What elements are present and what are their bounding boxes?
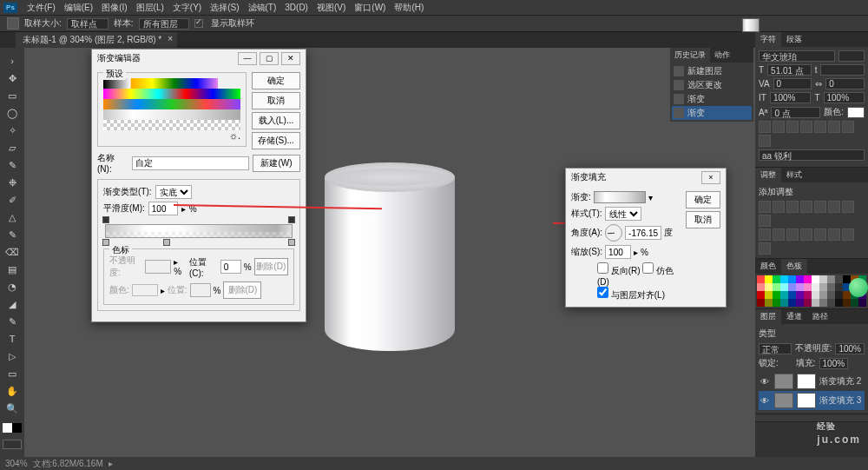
tab-color[interactable]: 颜色 (755, 259, 781, 274)
menu-help[interactable]: 帮助(H) (394, 2, 424, 14)
ok-button[interactable]: 确定 (252, 72, 300, 89)
visibility-icon[interactable]: 👁 (760, 396, 771, 406)
zoom-tool[interactable]: 🔍 (3, 400, 22, 416)
gradient-type-select[interactable]: 实底 (155, 185, 192, 199)
bold-icon[interactable] (759, 121, 771, 133)
close-icon[interactable]: × (168, 34, 173, 43)
sample-layers-select[interactable]: 所有图层 (139, 18, 189, 30)
maximize-icon[interactable]: ▢ (260, 52, 279, 65)
delete-stop-button[interactable]: 删除(D) (254, 258, 288, 275)
blend-mode-select[interactable]: 正常 (759, 343, 792, 354)
font-family-select[interactable]: 华文琥珀 (759, 50, 835, 62)
quick-mask[interactable] (3, 440, 22, 449)
color-stop[interactable] (163, 239, 170, 246)
minimize-icon[interactable]: — (238, 52, 257, 65)
text-color-swatch[interactable] (847, 107, 865, 118)
collapse-icon[interactable]: › (3, 53, 22, 69)
gradient-swatch[interactable] (594, 191, 646, 203)
font-size-input[interactable]: 51.01 点 (767, 64, 812, 76)
tab-styles[interactable]: 样式 (781, 168, 807, 182)
preset-grid[interactable] (103, 78, 240, 130)
ok-button[interactable]: 确定 (686, 191, 720, 209)
style-select[interactable]: 线性 (605, 207, 641, 221)
lasso-tool[interactable]: ◯ (3, 105, 22, 121)
sample-size-select[interactable]: 取样点 (67, 18, 108, 30)
save-button[interactable]: 存储(S)... (252, 132, 300, 149)
dodge-tool[interactable]: ◢ (3, 296, 22, 312)
eyedropper-tool[interactable]: ✎ (3, 157, 22, 173)
visibility-icon[interactable]: 👁 (760, 377, 771, 387)
history-item[interactable]: 渐变 (672, 106, 752, 120)
type-tool[interactable]: T (3, 331, 22, 347)
tab-adjustments[interactable]: 调整 (755, 168, 781, 182)
new-button[interactable]: 新建(W) (253, 155, 300, 172)
gradient-tool[interactable]: ▤ (3, 261, 22, 277)
gradient-bar[interactable] (105, 224, 293, 238)
marquee-tool[interactable]: ▭ (3, 88, 22, 103)
preset-gear-icon[interactable]: ☼. (103, 130, 240, 141)
move-tool[interactable]: ✥ (3, 70, 22, 86)
menu-filter[interactable]: 滤镜(T) (248, 2, 277, 14)
stop-position-input[interactable] (220, 260, 241, 274)
stop-color-swatch[interactable] (132, 284, 158, 296)
history-item[interactable]: 新建图层 (672, 64, 752, 78)
color-swatches[interactable] (3, 423, 22, 433)
cancel-button[interactable]: 取消 (252, 92, 300, 109)
dialog-titlebar[interactable]: 渐变编辑器 — ▢ ✕ (92, 50, 306, 67)
angle-input[interactable] (625, 226, 661, 240)
menu-layer[interactable]: 图层(L) (136, 2, 164, 14)
load-button[interactable]: 载入(L)... (252, 112, 300, 129)
menu-file[interactable]: 文件(F) (27, 2, 56, 14)
tab-paths[interactable]: 路径 (807, 309, 833, 324)
italic-icon[interactable] (773, 121, 785, 133)
tab-history[interactable]: 历史记录 (670, 48, 710, 63)
cancel-button[interactable]: 取消 (686, 211, 720, 228)
share-orb[interactable] (849, 278, 868, 297)
tab-paragraph[interactable]: 段落 (781, 32, 807, 47)
opacity-stop[interactable] (102, 216, 109, 223)
menu-type[interactable]: 文字(Y) (173, 2, 201, 14)
tab-character[interactable]: 字符 (755, 32, 781, 47)
angle-dial[interactable] (605, 224, 622, 242)
zoom-level[interactable]: 304% (5, 459, 28, 468)
path-tool[interactable]: ▷ (3, 348, 22, 364)
reverse-checkbox[interactable] (597, 262, 608, 274)
close-icon[interactable]: ✕ (281, 52, 300, 65)
menu-3d[interactable]: 3D(D) (285, 3, 308, 12)
menu-window[interactable]: 窗口(W) (354, 2, 385, 14)
show-ring-checkbox[interactable] (194, 19, 203, 28)
menu-edit[interactable]: 编辑(E) (64, 2, 93, 14)
tab-channels[interactable]: 通道 (781, 309, 807, 324)
history-item[interactable]: 选区更改 (672, 78, 752, 92)
hand-tool[interactable]: ✋ (3, 383, 22, 399)
pen-tool[interactable]: ✎ (3, 314, 22, 329)
layer-opacity-input[interactable]: 100% (835, 343, 865, 354)
tab-layers[interactable]: 图层 (755, 309, 781, 324)
dither-checkbox[interactable] (642, 262, 654, 274)
delete-stop2-button[interactable]: 删除(D) (223, 281, 261, 299)
opacity-stop[interactable] (288, 216, 295, 223)
stamp-tool[interactable]: △ (3, 209, 22, 225)
tab-swatches[interactable]: 色板 (781, 259, 807, 274)
eraser-tool[interactable]: ⌫ (3, 244, 22, 260)
history-brush-tool[interactable]: ✎ (3, 227, 22, 242)
menu-image[interactable]: 图像(I) (102, 2, 127, 14)
tab-actions[interactable]: 动作 (710, 48, 734, 63)
brush-tool[interactable]: ✐ (3, 192, 22, 208)
color-stop[interactable] (102, 239, 109, 246)
scale-input[interactable] (605, 245, 631, 259)
gradient-name-input[interactable] (132, 156, 249, 170)
menu-view[interactable]: 视图(V) (317, 2, 345, 14)
wand-tool[interactable]: ✧ (3, 122, 22, 138)
shape-tool[interactable]: ▭ (3, 366, 22, 381)
dialog-titlebar[interactable]: 渐变填充 × (566, 169, 726, 186)
blur-tool[interactable]: ◔ (3, 279, 22, 295)
document-tab[interactable]: 未标题-1 @ 304% (图层 2, RGB/8) * × (16, 32, 177, 48)
color-stop[interactable] (288, 239, 295, 246)
history-item[interactable]: 渐变 (672, 92, 752, 106)
crop-tool[interactable]: ▱ (3, 140, 22, 156)
align-checkbox[interactable] (597, 287, 608, 298)
layer-row[interactable]: 👁渐变填充 2 (759, 372, 865, 391)
heal-tool[interactable]: ❉ (3, 175, 22, 190)
layer-row[interactable]: 👁渐变填充 3 (759, 391, 865, 410)
